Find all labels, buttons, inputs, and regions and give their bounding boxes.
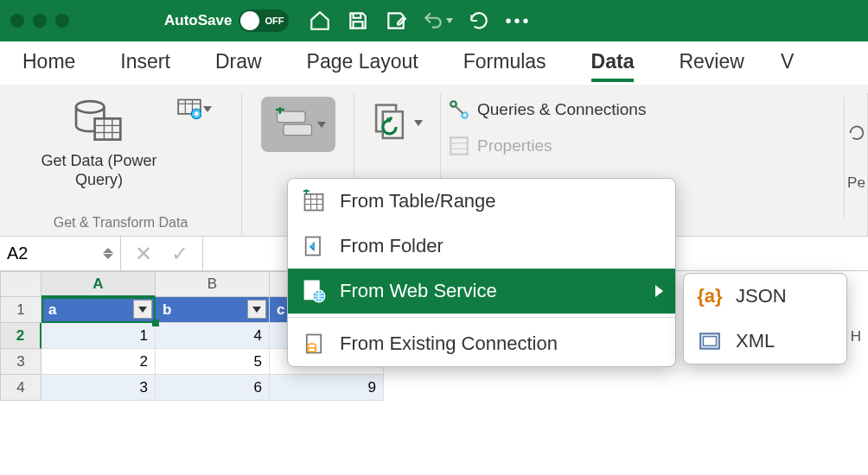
- autosave-label: AutoSave: [164, 12, 232, 29]
- col-header-b[interactable]: B: [156, 271, 270, 297]
- accept-icon[interactable]: ✓: [171, 242, 188, 266]
- ribbon-tabs: Home Insert Draw Page Layout Formulas Da…: [0, 41, 868, 85]
- name-box-value: A2: [7, 244, 28, 263]
- properties-icon: [448, 135, 470, 157]
- chevron-down-icon: [203, 106, 212, 112]
- table-icon: +: [300, 187, 328, 215]
- autosave-toggle[interactable]: OFF: [239, 10, 289, 32]
- properties-button: Properties: [448, 131, 646, 161]
- json-icon: {a}: [696, 282, 724, 310]
- select-all-corner[interactable]: [0, 271, 41, 297]
- col-header-a[interactable]: A: [41, 271, 156, 297]
- name-box-steppers[interactable]: [103, 248, 113, 259]
- close-window-button[interactable]: [10, 14, 24, 28]
- autosave-control[interactable]: AutoSave OFF: [164, 10, 289, 32]
- connections-icon: [448, 98, 470, 121]
- cell-b2[interactable]: 4: [156, 323, 270, 349]
- menu-label: XML: [736, 330, 775, 352]
- save-edit-icon[interactable]: [384, 9, 408, 33]
- xml-icon: [696, 327, 724, 355]
- menu-json[interactable]: {a} JSON: [684, 274, 846, 319]
- chevron-up-icon[interactable]: [103, 248, 113, 253]
- menu-xml[interactable]: XML: [684, 319, 846, 364]
- svg-rect-19: [450, 137, 468, 155]
- table-header-a[interactable]: a: [41, 297, 156, 323]
- ribbon-group-get-transform: Get Data (Power Query) Get & Transform D…: [0, 93, 242, 236]
- table-header-b[interactable]: b: [156, 297, 270, 323]
- svg-point-11: [194, 112, 198, 117]
- table-header-a-label: a: [48, 301, 56, 319]
- tab-formulas[interactable]: Formulas: [463, 50, 546, 77]
- col-header-h[interactable]: H: [851, 328, 861, 345]
- toggle-knob: [240, 11, 259, 30]
- cell-a4[interactable]: 3: [41, 375, 156, 401]
- svg-point-0: [76, 101, 104, 113]
- menu-label: JSON: [736, 285, 787, 307]
- from-picture-button[interactable]: [177, 95, 212, 123]
- menu-from-folder[interactable]: From Folder: [288, 224, 675, 269]
- chevron-down-icon: [252, 307, 261, 313]
- menu-label: From Folder: [340, 235, 444, 257]
- menu-from-web-service[interactable]: From Web Service: [288, 269, 675, 314]
- tab-page-layout[interactable]: Page Layout: [307, 50, 418, 77]
- name-box[interactable]: A2: [0, 237, 121, 270]
- group-title: Get & Transform Data: [54, 210, 188, 236]
- cell-b4[interactable]: 6: [156, 375, 270, 401]
- save-icon[interactable]: [346, 9, 370, 33]
- tab-home[interactable]: Home: [22, 50, 75, 77]
- properties-label: Properties: [477, 136, 552, 155]
- filter-button[interactable]: [247, 300, 266, 319]
- row-header-2[interactable]: 2: [0, 323, 41, 349]
- tab-view-cut[interactable]: V: [781, 50, 794, 77]
- row-header-1[interactable]: 1: [0, 297, 41, 323]
- minimize-window-button[interactable]: [33, 14, 47, 28]
- menu-from-existing-connection[interactable]: From Existing Connection: [288, 321, 675, 366]
- undo-button[interactable]: [422, 10, 453, 32]
- get-data-button[interactable]: Get Data (Power Query): [30, 93, 169, 189]
- web-service-submenu: {a} JSON XML: [683, 273, 847, 364]
- zoom-window-button[interactable]: [55, 14, 69, 28]
- cell-a2[interactable]: 1: [41, 323, 156, 349]
- filter-button[interactable]: [133, 300, 152, 319]
- selection-handle[interactable]: [152, 320, 159, 326]
- svg-point-32: [308, 348, 316, 352]
- menu-label: From Table/Range: [340, 190, 496, 212]
- edge-label: Pe: [847, 174, 865, 192]
- svg-rect-13: [284, 124, 312, 136]
- get-data-menu: + From Table/Range From Folder From Web …: [287, 178, 676, 367]
- redo-icon[interactable]: [467, 9, 491, 33]
- get-data-label: Get Data (Power Query): [30, 152, 169, 189]
- refresh-all-button[interactable]: [370, 98, 425, 147]
- table-header-b-label: b: [163, 301, 171, 319]
- more-icon[interactable]: •••: [505, 11, 531, 31]
- autosave-state: OFF: [265, 16, 284, 26]
- chevron-down-icon[interactable]: [103, 254, 113, 259]
- row-header-4[interactable]: 4: [0, 375, 41, 401]
- database-icon: [61, 93, 138, 149]
- chevron-down-icon: [317, 122, 326, 128]
- window-controls: [10, 14, 69, 28]
- cell-a3[interactable]: 2: [41, 349, 156, 375]
- folder-icon: [300, 232, 328, 260]
- queries-connections-button[interactable]: Queries & Connections: [448, 95, 646, 124]
- queries-connections-label: Queries & Connections: [477, 100, 646, 119]
- get-data-dropdown-active[interactable]: +: [261, 97, 335, 152]
- tab-draw[interactable]: Draw: [215, 50, 262, 77]
- tab-data[interactable]: Data: [591, 50, 635, 77]
- row-header-3[interactable]: 3: [0, 349, 41, 375]
- home-icon[interactable]: [308, 9, 332, 33]
- svg-text:+: +: [275, 107, 285, 119]
- tab-insert[interactable]: Insert: [120, 50, 170, 77]
- cell-c4[interactable]: 9: [270, 375, 384, 401]
- menu-from-table-range[interactable]: + From Table/Range: [288, 179, 675, 224]
- chevron-down-icon[interactable]: [446, 18, 453, 23]
- quick-access-toolbar: •••: [308, 9, 531, 33]
- cancel-icon[interactable]: ✕: [135, 242, 152, 266]
- menu-label: From Web Service: [340, 280, 497, 302]
- web-icon: [300, 277, 328, 305]
- titlebar: AutoSave OFF •••: [0, 0, 868, 41]
- menu-label: From Existing Connection: [340, 332, 558, 355]
- ribbon-edge-button[interactable]: Pe: [844, 97, 868, 218]
- tab-review[interactable]: Review: [679, 50, 744, 77]
- cell-b3[interactable]: 5: [156, 349, 270, 375]
